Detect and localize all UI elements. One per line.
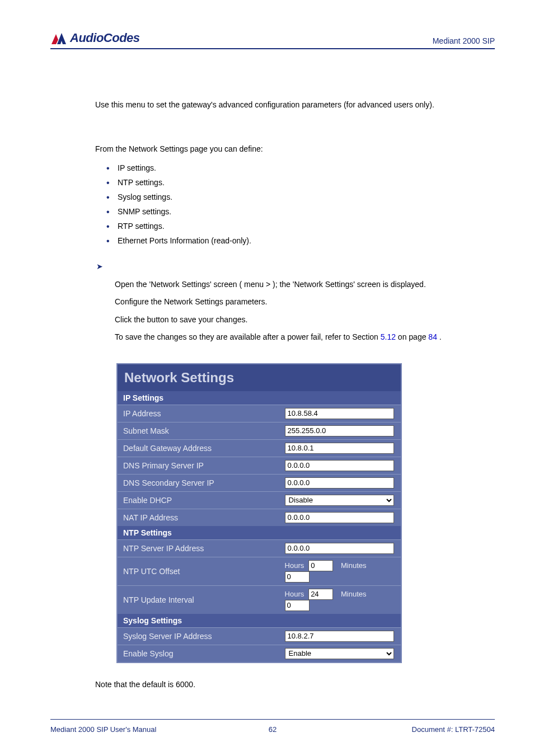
- label-nat: NAT IP Address: [117, 509, 279, 526]
- syslog-select[interactable]: Enable: [285, 648, 394, 659]
- ntp-server-input[interactable]: [285, 543, 394, 554]
- gateway-input[interactable]: [285, 443, 394, 454]
- footer-left: Mediant 2000 SIP User's Manual: [50, 725, 156, 734]
- logo-text: AudioCodes: [70, 31, 140, 45]
- page-footer: Mediant 2000 SIP User's Manual 62 Docume…: [50, 719, 495, 734]
- section-header-ntp: NTP Settings: [117, 526, 401, 540]
- step-text: menu >: [244, 280, 273, 289]
- hours-label: Hours: [285, 561, 305, 570]
- label-enable-syslog: Enable Syslog: [117, 645, 279, 663]
- section-header-syslog: Syslog Settings: [117, 614, 401, 628]
- page-header: AudioCodes Mediant 2000 SIP: [50, 31, 495, 49]
- label-ntp-server: NTP Server IP Address: [117, 539, 279, 557]
- label-update-interval: NTP Update Interval: [117, 585, 279, 614]
- page-link[interactable]: 84: [428, 332, 437, 341]
- label-utc-offset: NTP UTC Offset: [117, 557, 279, 585]
- logo: AudioCodes: [50, 31, 140, 45]
- step-text: To save the changes so they are availabl…: [115, 332, 381, 341]
- label-dns1: DNS Primary Server IP: [117, 457, 279, 474]
- header-product: Mediant 2000 SIP: [433, 36, 495, 45]
- dns2-input[interactable]: [285, 477, 394, 489]
- hours-label: Hours: [285, 590, 305, 598]
- label-syslog-server: Syslog Server IP Address: [117, 627, 279, 645]
- step-text: Click the: [115, 315, 147, 324]
- step-1: Open the 'Network Settings' screen ( men…: [115, 279, 489, 290]
- list-item: NTP settings.: [95, 178, 489, 187]
- step-3: Click the button to save your changes.: [115, 314, 489, 326]
- steps-list: Open the 'Network Settings' screen ( men…: [115, 279, 489, 343]
- subnet-mask-input[interactable]: [285, 425, 394, 436]
- list-item: RTP settings.: [95, 222, 489, 231]
- label-subnet-mask: Subnet Mask: [117, 422, 279, 439]
- step-4: To save the changes so they are availabl…: [115, 332, 489, 343]
- settings-bullet-list: IP settings. NTP settings. Syslog settin…: [95, 163, 489, 245]
- step-text: ); the 'Network Settings' screen is disp…: [273, 280, 426, 289]
- network-settings-panel: Network Settings IP Settings IP Address …: [116, 363, 489, 663]
- intro-text: Use this menu to set the gateway's advan…: [95, 100, 489, 111]
- step-text: on page: [398, 332, 429, 341]
- step-text: .: [439, 332, 442, 341]
- list-item: Ethernet Ports Information (read-only).: [95, 236, 489, 245]
- label-gateway: Default Gateway Address: [117, 439, 279, 457]
- list-item: IP settings.: [95, 163, 489, 172]
- minutes-label: Minutes: [341, 561, 367, 570]
- content-area: Use this menu to set the gateway's advan…: [95, 100, 489, 689]
- section-link[interactable]: 5.12: [381, 332, 396, 341]
- utc-minutes-input[interactable]: [285, 571, 310, 583]
- footer-right: Document #: LTRT-72504: [412, 725, 495, 734]
- minutes-label: Minutes: [341, 590, 367, 598]
- footer-page-number: 62: [269, 725, 277, 734]
- audiocodes-logo-icon: [50, 31, 67, 45]
- note-text: Note that the default is 6000.: [95, 680, 489, 689]
- ip-address-input[interactable]: [285, 408, 394, 419]
- step-text: Open the 'Network Settings' screen (: [115, 280, 242, 289]
- step-text: button to save your changes.: [147, 315, 248, 324]
- list-item: SNMP settings.: [95, 207, 489, 216]
- define-intro: From the Network Settings page you can d…: [95, 144, 489, 153]
- section-header-ip: IP Settings: [117, 391, 401, 405]
- utc-hours-input[interactable]: [308, 560, 333, 571]
- list-item: Syslog settings.: [95, 192, 489, 201]
- arrow-icon: ➤: [96, 262, 489, 271]
- interval-minutes-input[interactable]: [285, 600, 310, 611]
- label-dhcp: Enable DHCP: [117, 491, 279, 509]
- dns1-input[interactable]: [285, 460, 394, 471]
- label-dns2: DNS Secondary Server IP: [117, 474, 279, 491]
- dhcp-select[interactable]: Disable: [285, 495, 394, 506]
- label-ip-address: IP Address: [117, 405, 279, 422]
- panel-title: Network Settings: [117, 364, 401, 391]
- syslog-server-input[interactable]: [285, 631, 394, 642]
- nat-input[interactable]: [285, 512, 394, 523]
- step-2: Configure the Network Settings parameter…: [115, 297, 489, 308]
- interval-hours-input[interactable]: [308, 589, 333, 600]
